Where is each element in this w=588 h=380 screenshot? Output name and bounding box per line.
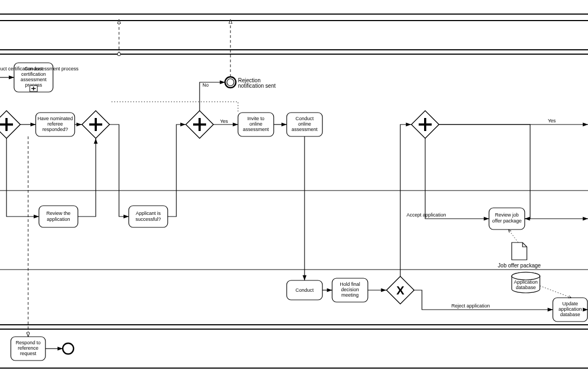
svg-text:Applicant issuccessful?: Applicant issuccessful?: [135, 211, 161, 222]
event-end[interactable]: [63, 343, 74, 354]
gateway-parallel-2[interactable]: [82, 111, 110, 139]
svg-text:Rejectionnotification sent: Rejectionnotification sent: [238, 77, 276, 89]
label-accept: Accept application: [406, 212, 446, 218]
bpmn-diagram: Conduct certification assessment process…: [0, 0, 588, 380]
svg-text:Conduct: Conduct: [295, 287, 314, 293]
gateway-parallel-3[interactable]: [186, 111, 214, 139]
gateway-parallel-1[interactable]: [0, 111, 20, 139]
label-job-offer: Job offer package: [498, 263, 541, 268]
label-yes-1: Yes: [220, 119, 228, 124]
gateway-exclusive-decision[interactable]: X: [387, 277, 414, 304]
svg-text:Review theapplication: Review theapplication: [47, 211, 71, 222]
svg-point-41: [512, 272, 540, 280]
svg-text:X: X: [397, 284, 405, 297]
label-reject: Reject application: [451, 303, 490, 309]
svg-text:Applicationdatabase: Applicationdatabase: [514, 279, 538, 290]
label-no: No: [202, 82, 209, 88]
svg-text:Hold finaldecisionmeeting: Hold finaldecisionmeeting: [340, 281, 360, 298]
svg-point-28: [227, 79, 234, 86]
label-yes-2: Yes: [548, 118, 556, 123]
data-object-job-offer: [512, 243, 527, 260]
event-rejection-sent[interactable]: [225, 77, 236, 88]
svg-text:Review joboffer package: Review joboffer package: [492, 212, 521, 224]
gateway-parallel-4[interactable]: [412, 111, 439, 139]
